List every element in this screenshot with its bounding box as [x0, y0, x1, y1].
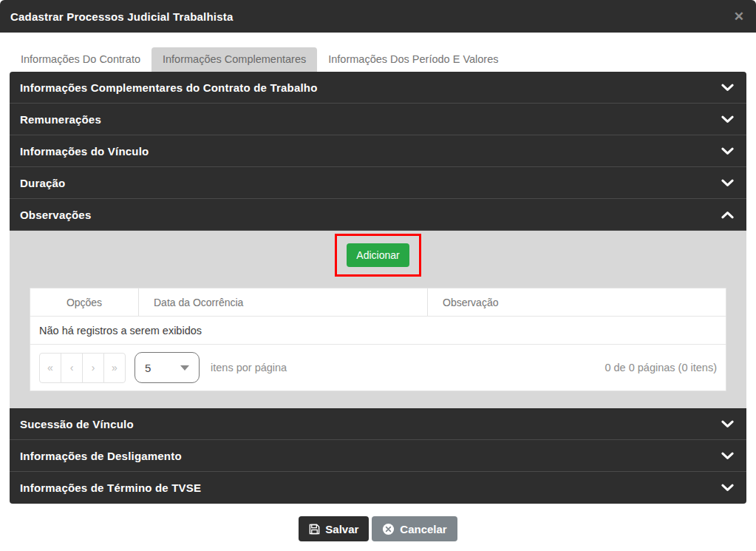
tab-informacoes-do-contrato[interactable]: Informações Do Contrato [10, 47, 151, 72]
section-title: Observações [20, 209, 91, 221]
chevron-down-icon [721, 484, 734, 492]
pagination-summary: 0 de 0 páginas (0 itens) [605, 362, 717, 373]
caret-down-icon [180, 365, 189, 371]
modal-header: Cadastrar Processos Judicial Trabalhista… [0, 0, 756, 33]
section-remuneracoes[interactable]: Remunerações [10, 104, 746, 135]
chevron-down-icon [721, 452, 734, 460]
section-title: Sucessão de Vínculo [20, 418, 134, 430]
section-title: Informações Complementares do Contrato d… [20, 81, 318, 94]
modal-footer: Salvar Cancelar [0, 504, 756, 541]
items-per-page-label: itens por página [211, 362, 287, 373]
page-size-select[interactable]: 5 [134, 352, 200, 383]
annotation-highlight-box: Adicionar [335, 234, 420, 277]
observacoes-panel: Adicionar Opções Data da Ocorrência Obse… [10, 231, 746, 408]
cancel-button[interactable]: Cancelar [372, 516, 457, 541]
chevron-down-icon [721, 84, 734, 92]
section-informacoes-termino-tvse[interactable]: Informações de Término de TVSE [10, 472, 746, 504]
observacoes-table: Opções Data da Ocorrência Observação Não… [30, 288, 726, 391]
adicionar-button[interactable]: Adicionar [347, 243, 409, 267]
chevron-down-icon [721, 115, 734, 124]
section-sucessao-vinculo[interactable]: Sucessão de Vínculo [10, 408, 746, 440]
section-informacoes-vinculo[interactable]: Informações do Vínculo [10, 135, 746, 167]
column-header-observacao: Observação [428, 288, 726, 316]
table-header-row: Opções Data da Ocorrência Observação [30, 288, 726, 316]
close-icon[interactable]: ✕ [734, 10, 744, 23]
save-button[interactable]: Salvar [299, 516, 369, 541]
chevron-up-icon [721, 211, 734, 219]
tab-informacoes-complementares[interactable]: Informações Complementares [151, 47, 317, 72]
table-empty-message: Não há registros a serem exibidos [30, 316, 726, 344]
section-duracao[interactable]: Duração [10, 167, 746, 199]
save-button-label: Salvar [325, 523, 358, 535]
previous-page-button[interactable]: ‹ [61, 353, 83, 383]
cancel-button-label: Cancelar [400, 523, 446, 535]
pager-button-group: « ‹ › » [39, 353, 126, 383]
column-header-data-ocorrencia: Data da Ocorrência [139, 288, 428, 316]
section-observacoes[interactable]: Observações [10, 199, 746, 231]
modal-title: Cadastrar Processos Judicial Trabalhista [10, 10, 233, 23]
accordion: Informações Complementares do Contrato d… [10, 72, 746, 504]
chevron-down-icon [721, 420, 734, 428]
next-page-button[interactable]: › [82, 353, 104, 383]
page-size-value: 5 [145, 362, 180, 374]
tab-informacoes-periodo-valores[interactable]: Informações Dos Período E Valores [317, 47, 509, 72]
column-header-opcoes: Opções [30, 288, 139, 316]
section-informacoes-complementares-contrato[interactable]: Informações Complementares do Contrato d… [10, 72, 746, 104]
first-page-button[interactable]: « [39, 353, 61, 383]
section-informacoes-desligamento[interactable]: Informações de Desligamento [10, 440, 746, 472]
chevron-down-icon [721, 179, 734, 187]
last-page-button[interactable]: » [103, 353, 126, 383]
pagination-bar: « ‹ › » 5 itens por página 0 de 0 página… [30, 344, 726, 391]
section-title: Informações do Vínculo [20, 145, 149, 158]
section-title: Remunerações [20, 113, 101, 126]
section-title: Informações de Término de TVSE [20, 481, 201, 494]
section-title: Informações de Desligamento [20, 450, 182, 462]
section-title: Duração [20, 177, 65, 189]
cancel-circle-x-icon [382, 523, 395, 535]
tab-bar: Informações Do Contrato Informações Comp… [0, 33, 756, 72]
save-icon [309, 524, 320, 535]
chevron-down-icon [721, 147, 734, 155]
